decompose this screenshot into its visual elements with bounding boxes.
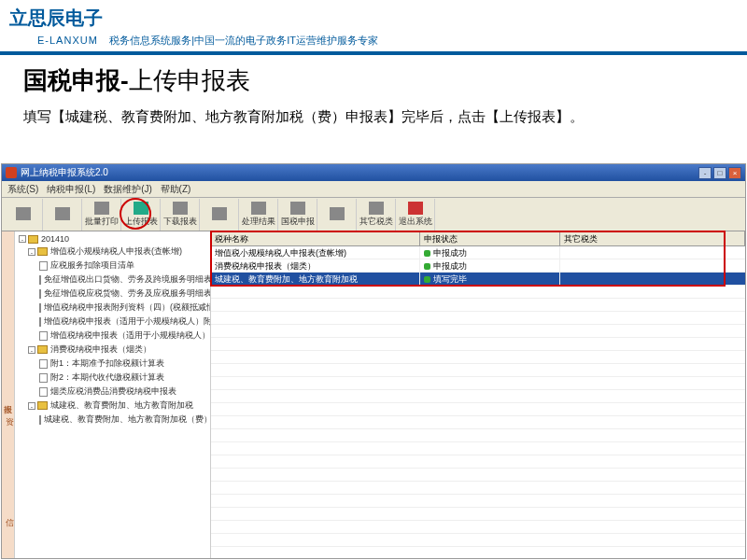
tree-group-city[interactable]: -城建税、教育费附加、地方教育附加税	[15, 399, 210, 413]
cell-name: 城建税、教育费附加、地方教育附加税	[211, 273, 420, 285]
status-dot-icon	[424, 263, 430, 270]
tree-item[interactable]: 免征增值税出口货物、劳务及跨境服务明细表	[15, 273, 210, 287]
cell-name: 增值税小规模纳税人申报表(查帐增)	[211, 246, 420, 259]
upload-icon	[134, 202, 148, 215]
tool-icon	[212, 207, 227, 220]
tool-result[interactable]: 处理结果	[239, 199, 278, 231]
tool-6[interactable]	[200, 199, 239, 231]
tree-item[interactable]: 免征增值税应税货物、劳务及应税服务明细表	[15, 287, 210, 301]
table-body: 增值税小规模纳税人申报表(查帐增) 申报成功 消费税纳税申报表（烟类） 申报成功…	[211, 246, 745, 558]
menu-tax-report[interactable]: 纳税申报(L)	[47, 184, 95, 194]
maximize-button[interactable]: □	[713, 167, 726, 179]
tool-9[interactable]	[317, 199, 357, 231]
tool-download-report[interactable]: 下载报表	[161, 199, 200, 231]
table-row-selected[interactable]: 城建税、教育费附加、地方教育附加税 填写完毕	[211, 273, 745, 286]
folder-icon	[37, 401, 48, 410]
menu-help[interactable]: 帮助(Z)	[161, 184, 191, 194]
minimize-button[interactable]: -	[698, 167, 712, 179]
menu-data-maint[interactable]: 数据维护(J)	[104, 184, 152, 194]
file-icon	[39, 387, 48, 397]
tool-icon	[16, 207, 31, 220]
tool-upload-report[interactable]: 上传报表	[121, 199, 161, 231]
tree-item[interactable]: 增值税纳税申报表附列资料（四）(税额抵减情况表)	[15, 301, 210, 315]
page-title: 国税申报-上传申报表	[0, 55, 747, 101]
tree-group-consume[interactable]: -消费税纳税申报表（烟类）	[15, 343, 210, 357]
tool-other-tax[interactable]: 其它税类	[357, 199, 396, 231]
col-status[interactable]: 申报状态	[420, 231, 560, 245]
cell-status: 申报成功	[420, 259, 560, 272]
tree-item[interactable]: 增值税纳税申报表（适用于小规模纳税人）	[15, 329, 210, 343]
tree-panel: -201410 -增值税小规模纳税人申报表(查帐增) 应税服务扣除项目清单 免征…	[15, 231, 211, 558]
menu-system[interactable]: 系统(S)	[7, 184, 38, 194]
tree-item[interactable]: 附2：本期代收代缴税额计算表	[15, 371, 210, 385]
cell-status: 填写完毕	[420, 273, 560, 285]
file-icon	[39, 359, 48, 369]
file-icon	[39, 415, 41, 425]
status-dot-icon	[424, 276, 430, 283]
window-title: 网上纳税申报系统2.0	[21, 166, 697, 179]
exit-icon	[408, 202, 423, 215]
folder-icon	[37, 247, 48, 256]
file-icon	[39, 303, 41, 313]
table-row[interactable]: 消费税纳税申报表（烟类） 申报成功	[211, 259, 745, 273]
tool-icon	[55, 207, 70, 220]
app-body: 报表 -201410 -增值税小规模纳税人申报表(查帐增) 应税服务扣除项目清单…	[2, 231, 745, 558]
app-icon	[6, 167, 17, 178]
collapse-icon[interactable]: -	[19, 235, 26, 243]
collapse-icon[interactable]: -	[28, 346, 35, 354]
cell-status: 申报成功	[420, 246, 560, 259]
side-tab-res[interactable]: 资	[2, 407, 18, 414]
table-row[interactable]: 增值税小规模纳税人申报表(查帐增) 申报成功	[211, 246, 745, 259]
brand-tag: 税务信息系统服务|中国一流的电子政务IT运营维护服务专家	[109, 35, 378, 46]
status-dot-icon	[424, 250, 430, 257]
file-icon	[39, 373, 48, 383]
empty-rows	[211, 286, 745, 547]
folder-icon	[37, 345, 48, 354]
print-icon	[94, 202, 109, 215]
logo-text: 立思辰电子	[9, 6, 738, 31]
titlebar: 网上纳税申报系统2.0 - □ ×	[2, 164, 745, 181]
side-tabs: 资 信	[2, 407, 15, 515]
page-description: 填写【城建税、教育费附加、地方教育附加税（费）申报表】完毕后，点击【上传报表】。	[0, 101, 747, 133]
tool-icon	[330, 207, 345, 220]
file-icon	[39, 331, 48, 341]
file-icon	[39, 275, 41, 285]
close-button[interactable]: ×	[728, 167, 741, 179]
tool-1[interactable]	[4, 199, 43, 231]
tool-batch-print[interactable]: 批量打印	[82, 199, 121, 231]
brand-sub: E-LANXUM	[37, 35, 98, 46]
tree-item[interactable]: 增值税纳税申报表（适用于小规模纳税人）附列资料	[15, 315, 210, 329]
collapse-icon[interactable]: -	[28, 402, 35, 410]
brand-header: 立思辰电子 E-LANXUM 税务信息系统服务|中国一流的电子政务IT运营维护服…	[0, 0, 747, 49]
col-tax-name[interactable]: 税种名称	[211, 231, 420, 245]
tax-icon	[290, 202, 305, 215]
toolbar: 批量打印 上传报表 下载报表 处理结果 国税申报 其它税类 退出系统	[2, 198, 745, 231]
tree-item[interactable]: 附1：本期准予扣除税额计算表	[15, 357, 210, 371]
table-header: 税种名称 申报状态 其它税类	[211, 231, 745, 246]
other-icon	[369, 202, 384, 215]
menubar: 系统(S) 纳税申报(L) 数据维护(J) 帮助(Z)	[2, 181, 745, 198]
tree-item[interactable]: 应税服务扣除项目清单	[15, 259, 210, 273]
result-icon	[251, 202, 266, 215]
download-icon	[173, 202, 188, 215]
file-icon	[39, 317, 41, 327]
tool-exit[interactable]: 退出系统	[396, 199, 435, 231]
side-tab-info[interactable]: 信	[2, 508, 18, 515]
app-window: 网上纳税申报系统2.0 - □ × 系统(S) 纳税申报(L) 数据维护(J) …	[1, 163, 746, 559]
collapse-icon[interactable]: -	[28, 248, 35, 256]
file-icon	[39, 261, 48, 271]
cell-name: 消费税纳税申报表（烟类）	[211, 259, 420, 272]
file-icon	[39, 289, 41, 299]
col-other[interactable]: 其它税类	[560, 231, 745, 245]
tree-item[interactable]: 城建税、教育费附加、地方教育附加税（费）申报表	[15, 413, 210, 427]
tree-item[interactable]: 烟类应税消费品消费税纳税申报表	[15, 385, 210, 399]
tree-root[interactable]: -201410	[15, 233, 210, 245]
tool-2[interactable]	[43, 199, 82, 231]
tool-national-tax[interactable]: 国税申报	[278, 199, 317, 231]
folder-icon	[28, 235, 38, 244]
main-panel: 税种名称 申报状态 其它税类 增值税小规模纳税人申报表(查帐增) 申报成功 消费…	[211, 231, 745, 558]
tree-group-vat[interactable]: -增值税小规模纳税人申报表(查帐增)	[15, 245, 210, 259]
